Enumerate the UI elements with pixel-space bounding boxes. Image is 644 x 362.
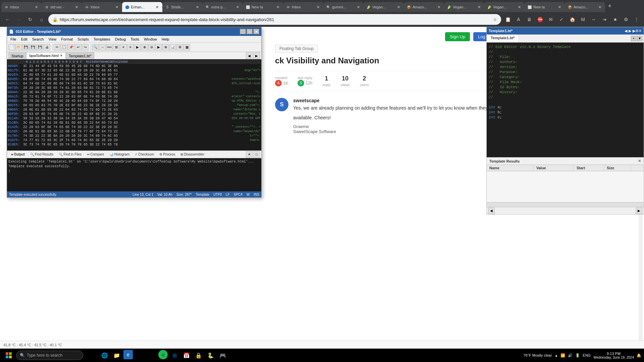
panel-settings-btn[interactable]: ⚙ xyxy=(635,29,639,33)
tab-inbox-1[interactable]: ✉ Inbox ✕ xyxy=(1,2,42,12)
tab-close-btn[interactable]: ✕ xyxy=(195,4,200,10)
taskbar-app-vscode[interactable]: ⊞ xyxy=(169,350,180,361)
tab-gummi[interactable]: 🔍 gummi... ✕ xyxy=(323,2,364,12)
tab-bpwsoftware[interactable]: bpwSoftware.html ✕ xyxy=(26,52,65,59)
taskbar-app-mail[interactable]: ✉ xyxy=(134,350,145,361)
star-icon[interactable]: ☆ xyxy=(493,17,497,22)
tool-btn-10[interactable]: ⚙ xyxy=(176,44,183,51)
taskbar-app-files[interactable]: 📁 xyxy=(111,350,122,361)
save-btn-3[interactable]: 💾 xyxy=(37,44,43,51)
output-tab-findinfiles[interactable]: 🔍 Find in Files xyxy=(56,152,84,157)
tab-template[interactable]: Template1.bt* xyxy=(66,52,94,59)
tools-menu[interactable]: Tools xyxy=(128,37,141,42)
notification-btn[interactable]: 🔔 xyxy=(637,353,641,358)
view-menu[interactable]: View xyxy=(47,37,59,42)
copy-btn[interactable]: 📋 xyxy=(61,44,67,51)
tool-btn-7[interactable]: ▶ xyxy=(155,44,162,51)
code-editor[interactable]: // 010 Editor v12.0.1 Binary Template //… xyxy=(487,43,644,157)
tab-close-btn[interactable]: ✕ xyxy=(74,4,79,10)
tab-close-btn[interactable]: ✕ xyxy=(597,4,602,10)
output-tab-process[interactable]: ⚙ Process xyxy=(157,152,178,157)
output-tab-findresults[interactable]: 🔍 Find Results xyxy=(28,152,56,157)
output-tab-histogram[interactable]: 📊 Histogram xyxy=(107,152,132,157)
reply-author[interactable]: sweetscape xyxy=(293,98,320,103)
extension-btn-6[interactable]: ✓ xyxy=(557,15,566,24)
minimize-button[interactable]: _ xyxy=(240,29,246,34)
maximize-button[interactable]: □ xyxy=(247,29,253,34)
tab-amazon-1[interactable]: 📦 Amazo... ✕ xyxy=(404,2,444,12)
new-tab-button[interactable]: + xyxy=(605,1,614,11)
extension-btn-5[interactable]: ✉ xyxy=(546,15,555,24)
extension-btn-9[interactable]: ↔ xyxy=(589,15,598,24)
redo-btn[interactable]: ↪ xyxy=(82,44,89,51)
tool-btn-3[interactable]: ≡ xyxy=(127,44,134,51)
tab-enhan-active[interactable]: 🔵 Enhan... ✕ xyxy=(122,2,162,12)
hex-pane[interactable]: 0 1 2 3 4 5 6 7 8 9 A B C D E F 01234567… xyxy=(7,59,261,150)
output-tab-compare[interactable]: ⇔ Compare xyxy=(84,152,107,157)
tab-close-btn[interactable]: ✕ xyxy=(275,4,280,10)
taskbar-app-python[interactable]: 🐍 xyxy=(205,350,216,361)
reload-button[interactable]: ↻ xyxy=(25,15,35,24)
search-menu[interactable]: Search xyxy=(30,37,46,42)
panel-new-btn[interactable]: + xyxy=(631,36,636,41)
tab-new-2[interactable]: ⬜ New ta ✕ xyxy=(525,2,565,12)
panel-nav-left[interactable]: ◀ xyxy=(625,29,627,33)
window-menu[interactable]: Window xyxy=(142,37,159,42)
address-bar[interactable]: 🔒 https://forum.sweetscape.com/t/enhance… xyxy=(48,14,501,25)
home-button[interactable]: ⌂ xyxy=(37,15,46,24)
panel-bottom-left[interactable]: ◀ xyxy=(488,207,495,214)
panel-tab-template[interactable]: Template1.bt* xyxy=(487,35,519,42)
save-btn-2[interactable]: 💾 xyxy=(30,44,36,51)
panel-close-tab[interactable]: ✕ xyxy=(639,29,642,33)
output-tab-output[interactable]: ● Output xyxy=(8,152,28,157)
extension-btn-10[interactable]: ⇥ xyxy=(600,15,609,24)
back-button[interactable]: ← xyxy=(3,15,12,24)
edit-menu[interactable]: Edit xyxy=(19,37,30,42)
tab-inbox-3[interactable]: ✉ Inbox ✕ xyxy=(283,2,323,12)
taskbar-app-browser[interactable]: 🌐 xyxy=(99,350,110,361)
taskbar-app-widget[interactable]: 🗂 xyxy=(87,350,98,361)
templates-menu[interactable]: Templates xyxy=(92,37,112,42)
hex-btn[interactable]: Hex xyxy=(106,44,113,51)
network-icon[interactable]: 📶 xyxy=(560,353,565,358)
tab-inbox-2[interactable]: ✉ Inbox ✕ xyxy=(82,2,122,12)
goto-btn[interactable]: → xyxy=(99,44,106,51)
tab-close-btn[interactable]: ✕ xyxy=(436,4,441,10)
tool-btn-9[interactable]: 📊 xyxy=(169,44,176,51)
tab-new-1[interactable]: ⬜ New ta ✕ xyxy=(243,2,283,12)
start-button[interactable] xyxy=(3,349,15,361)
output-tab-disasm[interactable]: ⊞ Disassembler xyxy=(178,152,207,157)
results-scrollbar[interactable] xyxy=(487,202,644,207)
tool-btn-6[interactable]: ⊖ xyxy=(148,44,155,51)
system-clock[interactable]: 9:13 PM Wednesday, June 19, 2024 xyxy=(593,352,634,359)
battery-icon[interactable]: 🔋 xyxy=(575,353,580,358)
menu-button[interactable]: ⋮ xyxy=(632,15,641,24)
taskbar-app-gaming[interactable]: 🎮 xyxy=(217,350,228,361)
tool-btn-2[interactable]: ≡ xyxy=(120,44,127,51)
tool-btn-11[interactable]: ▦ xyxy=(183,44,190,51)
tab-vegan-2[interactable]: 🥬 Vegan... ✕ xyxy=(444,2,484,12)
print-btn[interactable]: 🖨 xyxy=(44,44,50,51)
tool-btn-8[interactable]: ⊕ xyxy=(162,44,169,51)
taskbar-app-vpn[interactable]: 🔒 xyxy=(193,350,204,361)
tool-btn-1[interactable]: ⊞ xyxy=(113,44,120,51)
tab-vegan-1[interactable]: 🥬 Vegan... ✕ xyxy=(364,2,404,12)
open-btn[interactable]: 📂 xyxy=(15,44,22,51)
save-btn-1[interactable]: 💾 xyxy=(22,44,29,51)
new-file-btn[interactable]: 📄 xyxy=(8,44,15,51)
taskbar-app-spotify[interactable]: ♫ xyxy=(158,350,168,359)
tab-close-btn[interactable]: ✕ xyxy=(356,4,361,10)
extension-btn-2[interactable]: A xyxy=(514,15,523,24)
find-btn[interactable]: 🔍 xyxy=(92,44,99,51)
output-float-btn[interactable]: □ xyxy=(253,151,260,158)
volume-icon[interactable]: 🔊 xyxy=(568,353,573,358)
taskbar-app-store[interactable]: 🛍 xyxy=(146,350,157,361)
undo-btn[interactable]: ↩ xyxy=(75,44,82,51)
extension-btn-1[interactable]: 📋 xyxy=(503,15,513,24)
tab-vegan-3[interactable]: 🥬 Vegan... ✕ xyxy=(484,2,525,12)
tab-close-btn[interactable]: ✕ xyxy=(517,4,522,10)
extension-btn-7[interactable]: 🏠 xyxy=(568,15,577,24)
help-menu[interactable]: Help xyxy=(160,37,171,42)
scripts-menu[interactable]: Scripts xyxy=(75,37,91,42)
debug-menu[interactable]: Debug xyxy=(113,37,128,42)
